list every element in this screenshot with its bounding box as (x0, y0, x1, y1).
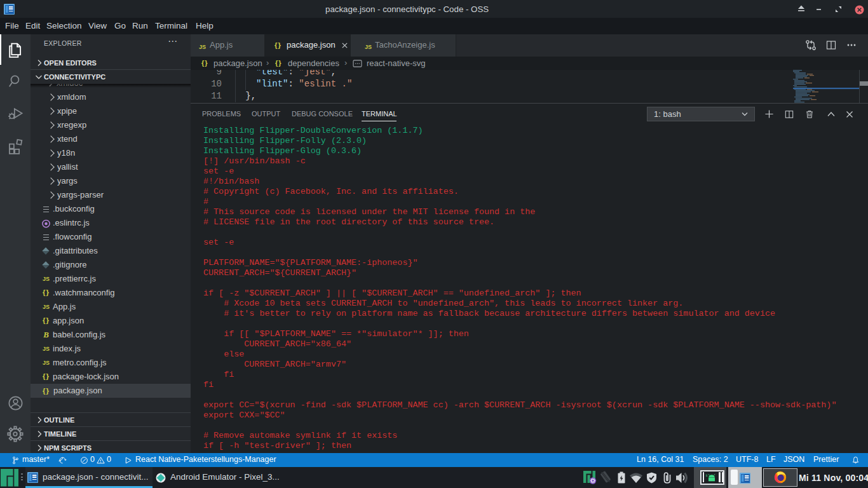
svg-text:$: $ (706, 473, 708, 477)
